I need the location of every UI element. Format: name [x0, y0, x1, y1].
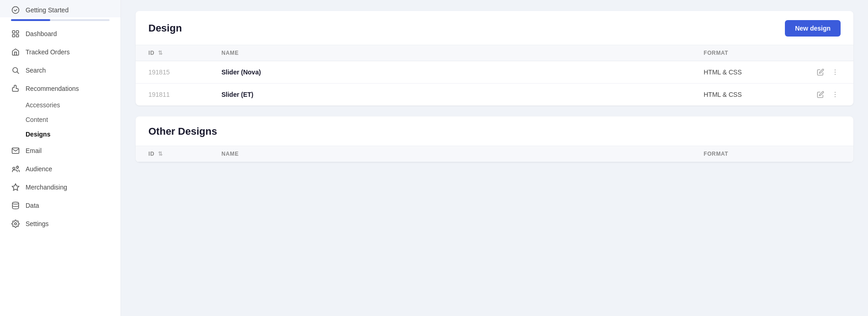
svg-point-16 — [835, 94, 836, 95]
table-row: 191811 Slider (ET) HTML & CSS — [136, 84, 853, 105]
main-content: Design New design ID ⇅ NAME FORMAT 19181… — [121, 0, 868, 316]
header-name: NAME — [221, 50, 704, 56]
more-options-button[interactable] — [830, 68, 841, 77]
sidebar-sub-item-label: Content — [26, 116, 48, 123]
header-name: NAME — [221, 151, 704, 157]
cell-format: HTML & CSS — [704, 68, 804, 76]
svg-line-6 — [17, 72, 19, 74]
email-icon — [11, 146, 20, 155]
sort-icon: ⇅ — [158, 50, 163, 56]
svg-point-15 — [835, 92, 836, 93]
cell-id: 191811 — [148, 91, 221, 98]
progress-bar — [11, 19, 110, 21]
svg-point-11 — [15, 223, 17, 225]
sidebar: Getting Started Dashboard Tracked Orders — [0, 0, 121, 316]
sidebar-item-label: Data — [26, 202, 39, 209]
thumbs-up-icon — [11, 84, 20, 93]
svg-point-0 — [12, 7, 19, 14]
sidebar-sub-item-label: Designs — [26, 131, 50, 138]
sort-icon: ⇅ — [158, 151, 163, 157]
tag-icon — [11, 183, 20, 192]
cell-format: HTML & CSS — [704, 91, 804, 98]
header-id: ID ⇅ — [148, 151, 221, 157]
svg-point-12 — [835, 69, 836, 70]
svg-point-14 — [835, 74, 836, 75]
other-designs-table: ID ⇅ NAME FORMAT — [136, 146, 853, 162]
sidebar-item-recommendations[interactable]: Recommendations — [0, 79, 121, 98]
sidebar-item-label: Merchandising — [26, 184, 67, 191]
svg-point-13 — [835, 72, 836, 73]
sidebar-item-label: Dashboard — [26, 30, 57, 37]
sidebar-item-label: Search — [26, 67, 46, 74]
sidebar-item-label: Getting Started — [26, 6, 68, 14]
sidebar-sub-item-accessories[interactable]: Accessories — [0, 98, 121, 112]
audience-icon — [11, 164, 20, 174]
box-icon — [11, 47, 20, 57]
dashboard-icon — [11, 29, 20, 38]
design-card: Design New design ID ⇅ NAME FORMAT 19181… — [136, 11, 853, 105]
header-format: FORMAT — [704, 151, 804, 157]
progress-bar-fill — [11, 19, 50, 21]
sidebar-item-tracked-orders[interactable]: Tracked Orders — [0, 43, 121, 61]
header-id: ID ⇅ — [148, 50, 221, 56]
sidebar-item-getting-started[interactable]: Getting Started — [0, 0, 121, 17]
cell-name: Slider (ET) — [221, 91, 704, 98]
cell-actions — [804, 68, 841, 77]
svg-point-10 — [12, 202, 19, 205]
more-options-button[interactable] — [830, 90, 841, 99]
search-icon — [11, 66, 20, 75]
design-card-title: Design — [148, 22, 182, 34]
sidebar-item-label: Tracked Orders — [26, 48, 70, 56]
svg-point-5 — [13, 68, 18, 73]
table-row: 191815 Slider (Nova) HTML & CSS — [136, 61, 853, 84]
sidebar-sub-item-content[interactable]: Content — [0, 112, 121, 127]
cell-name: Slider (Nova) — [221, 68, 704, 76]
sidebar-item-audience[interactable]: Audience — [0, 160, 121, 178]
other-designs-table-header: ID ⇅ NAME FORMAT — [136, 146, 853, 162]
other-designs-card: Other Designs ID ⇅ NAME FORMAT — [136, 116, 853, 162]
svg-rect-3 — [12, 35, 15, 37]
svg-point-8 — [13, 167, 15, 169]
sidebar-item-search[interactable]: Search — [0, 61, 121, 79]
sidebar-item-merchandising[interactable]: Merchandising — [0, 178, 121, 196]
sidebar-sub-item-label: Accessories — [26, 101, 60, 109]
svg-marker-9 — [12, 184, 19, 190]
sidebar-item-label: Settings — [26, 220, 49, 227]
cell-id: 191815 — [148, 68, 221, 76]
sidebar-item-label: Email — [26, 147, 42, 154]
header-format: FORMAT — [704, 50, 804, 56]
design-table-header: ID ⇅ NAME FORMAT — [136, 45, 853, 61]
edit-button[interactable] — [815, 68, 826, 77]
database-icon — [11, 201, 20, 210]
svg-point-17 — [835, 96, 836, 97]
sidebar-item-data[interactable]: Data — [0, 196, 121, 215]
design-table: ID ⇅ NAME FORMAT 191815 Slider (Nova) HT… — [136, 45, 853, 105]
other-designs-card-title: Other Designs — [148, 126, 217, 137]
svg-rect-2 — [16, 31, 19, 33]
design-card-header: Design New design — [136, 11, 853, 45]
circle-progress-icon — [11, 5, 20, 15]
new-design-button[interactable]: New design — [785, 20, 841, 37]
settings-icon — [11, 219, 20, 228]
cell-actions — [804, 90, 841, 99]
svg-rect-1 — [12, 31, 15, 33]
svg-rect-4 — [16, 35, 19, 37]
sidebar-item-dashboard[interactable]: Dashboard — [0, 25, 121, 43]
sidebar-sub-item-designs[interactable]: Designs — [0, 127, 121, 142]
edit-button[interactable] — [815, 90, 826, 99]
other-designs-card-header: Other Designs — [136, 116, 853, 146]
sidebar-item-label: Recommendations — [26, 85, 79, 92]
sidebar-item-label: Audience — [26, 165, 52, 173]
sidebar-item-settings[interactable]: Settings — [0, 215, 121, 233]
sidebar-item-email[interactable]: Email — [0, 142, 121, 160]
